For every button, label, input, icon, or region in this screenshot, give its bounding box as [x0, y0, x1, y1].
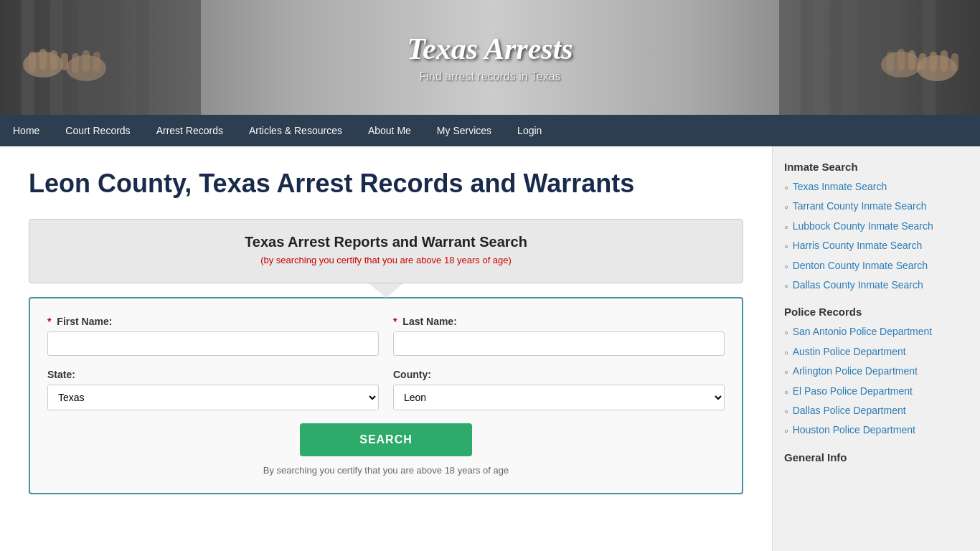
police-records-title: Police Records	[784, 306, 969, 318]
main-content: Leon County, Texas Arrest Records and Wa…	[0, 146, 772, 551]
svg-rect-14	[93, 52, 100, 72]
nav-articles[interactable]: Articles & Resources	[236, 115, 355, 146]
svg-rect-17	[829, 0, 842, 115]
list-item: San Antonio Police Department	[784, 325, 969, 341]
list-item: El Paso Police Department	[784, 385, 969, 400]
nav-home[interactable]: Home	[0, 115, 52, 146]
nav-arrest-records[interactable]: Arrest Records	[143, 115, 236, 146]
inmate-search-link-2[interactable]: Lubbock County Inmate Search	[793, 220, 933, 234]
list-item: Dallas Police Department	[784, 404, 969, 420]
svg-rect-12	[72, 53, 79, 73]
header-image-right	[779, 0, 980, 115]
state-group: State: Texas	[47, 369, 379, 410]
first-name-required-marker: *	[47, 316, 51, 327]
list-item: Arlington Police Department	[784, 364, 969, 380]
search-box-title: Texas Arrest Reports and Warrant Search	[47, 234, 725, 250]
last-name-group: * Last Name:	[393, 316, 725, 356]
svg-rect-25	[908, 50, 915, 70]
general-info-title: General Info	[784, 451, 969, 463]
search-box-header: Texas Arrest Reports and Warrant Search …	[29, 219, 743, 283]
inmate-search-link-5[interactable]: Dallas County Inmate Search	[793, 278, 923, 293]
sidebar: Inmate Search Texas Inmate Search Tarran…	[772, 146, 980, 551]
search-form: * First Name: * Last Name: State:	[29, 297, 743, 494]
last-name-label: * Last Name:	[393, 316, 725, 327]
svg-rect-11	[61, 53, 68, 70]
arrow-down-icon	[369, 283, 403, 298]
header-image-left	[0, 0, 201, 115]
site-header: Texas Arrests Find arrest records in Tex…	[0, 0, 980, 115]
police-link-5[interactable]: Houston Police Department	[793, 423, 915, 438]
svg-rect-24	[897, 49, 905, 70]
inmate-search-link-3[interactable]: Harris County Inmate Search	[793, 239, 923, 253]
police-records-list: San Antonio Police Department Austin Pol…	[784, 325, 969, 439]
site-subtitle: Find arrest records in Texas	[407, 70, 573, 83]
inmate-search-link-4[interactable]: Denton County Inmate Search	[793, 259, 928, 273]
svg-rect-13	[83, 50, 90, 72]
police-link-2[interactable]: Arlington Police Department	[793, 364, 918, 379]
list-item: Tarrant County Inmate Search	[784, 199, 969, 215]
svg-rect-4	[108, 0, 121, 115]
svg-rect-23	[887, 52, 894, 72]
state-label: State:	[47, 369, 379, 380]
inmate-search-list: Texas Inmate Search Tarrant County Inmat…	[784, 180, 969, 294]
police-link-4[interactable]: Dallas Police Department	[793, 404, 906, 418]
list-item: Austin Police Department	[784, 345, 969, 361]
main-nav: Home Court Records Arrest Records Articl…	[0, 115, 980, 146]
location-row: State: Texas County: Leon	[47, 369, 725, 410]
inmate-search-link-0[interactable]: Texas Inmate Search	[793, 180, 887, 194]
police-link-0[interactable]: San Antonio Police Department	[793, 325, 933, 339]
inmate-search-link-1[interactable]: Tarrant County Inmate Search	[793, 199, 927, 214]
header-text-block: Texas Arrests Find arrest records in Tex…	[407, 32, 573, 83]
name-row: * First Name: * Last Name:	[47, 316, 725, 356]
svg-rect-27	[930, 52, 937, 72]
list-item: Texas Inmate Search	[784, 180, 969, 196]
nav-services[interactable]: My Services	[424, 115, 504, 146]
first-name-group: * First Name:	[47, 316, 379, 356]
county-group: County: Leon	[393, 369, 725, 410]
svg-rect-9	[39, 49, 47, 70]
state-select[interactable]: Texas	[47, 385, 379, 410]
search-button[interactable]: SEARCH	[300, 423, 472, 456]
page-title: Leon County, Texas Arrest Records and Wa…	[29, 168, 743, 199]
svg-rect-10	[50, 50, 57, 70]
list-item: Lubbock County Inmate Search	[784, 220, 969, 235]
svg-rect-26	[919, 53, 926, 70]
county-select[interactable]: Leon	[393, 385, 725, 410]
nav-login[interactable]: Login	[504, 115, 555, 146]
inmate-search-title: Inmate Search	[784, 161, 969, 173]
list-item: Houston Police Department	[784, 423, 969, 439]
first-name-input[interactable]	[47, 331, 379, 356]
svg-rect-16	[801, 0, 814, 115]
svg-rect-29	[951, 53, 958, 72]
svg-rect-28	[941, 50, 948, 72]
content-wrapper: Leon County, Texas Arrest Records and Wa…	[0, 146, 980, 551]
list-item: Dallas County Inmate Search	[784, 278, 969, 294]
nav-court-records[interactable]: Court Records	[52, 115, 143, 146]
nav-about-me[interactable]: About Me	[355, 115, 424, 146]
search-box-disclaimer: (by searching you certify that you are a…	[47, 255, 725, 265]
police-link-1[interactable]: Austin Police Department	[793, 345, 906, 359]
list-item: Denton County Inmate Search	[784, 259, 969, 275]
certify-text: By searching you certify that you are ab…	[47, 465, 725, 476]
last-name-required-marker: *	[393, 316, 397, 327]
svg-rect-8	[29, 52, 36, 72]
list-item: Harris County Inmate Search	[784, 239, 969, 255]
svg-rect-5	[136, 0, 149, 115]
police-link-3[interactable]: El Paso Police Department	[793, 385, 913, 399]
first-name-label: * First Name:	[47, 316, 379, 327]
county-label: County:	[393, 369, 725, 380]
last-name-input[interactable]	[393, 331, 725, 356]
svg-rect-18	[858, 0, 871, 115]
site-title: Texas Arrests	[407, 32, 573, 66]
